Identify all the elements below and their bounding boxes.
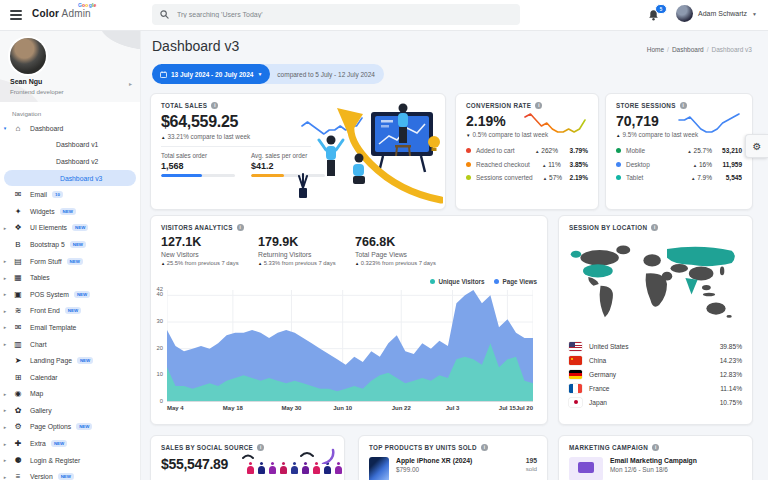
- search-bar[interactable]: [152, 4, 520, 25]
- card-store-sessions: STORE SESSIONS i 70,719 ▲9.5% compare to…: [605, 93, 753, 210]
- metric-row: Tablet ▲ 7.9% 5,545: [616, 171, 742, 185]
- stat-delta: ▲ 0.323% from previous 7 days: [355, 260, 452, 266]
- extra-icon: ✚: [10, 439, 26, 448]
- stat-label: New Visitors: [161, 251, 258, 258]
- item-caret-icon: ▸: [0, 225, 10, 231]
- notification-bell-icon[interactable]: 5: [648, 7, 664, 23]
- country-list: United States 39.85% China 14.23% German…: [569, 340, 742, 409]
- sidebar-item-calendar[interactable]: ⊞ Calendar: [0, 369, 140, 386]
- country-flag-icon: [569, 356, 582, 365]
- sidebar-item-bootstrap-5[interactable]: B Bootstrap 5 NEW: [0, 236, 140, 253]
- chart-icon: ▥: [10, 340, 26, 349]
- info-icon[interactable]: i: [680, 102, 687, 109]
- item-badge: NEW: [58, 473, 74, 480]
- item-caret-icon: ▸: [0, 341, 10, 347]
- country-flag-icon: [569, 370, 582, 379]
- user-menu[interactable]: Adam Schwartz ▼: [676, 5, 757, 22]
- country-share: 14.23%: [720, 357, 742, 364]
- sidebar-item-pos-system[interactable]: ▸ ▣ POS System NEW: [0, 286, 140, 303]
- item-caret-icon: ▸: [0, 457, 10, 463]
- hamburger-menu-icon[interactable]: [10, 10, 22, 20]
- item-caret-icon: ▸: [0, 474, 10, 480]
- legend-item[interactable]: Unique Visitors: [430, 278, 484, 285]
- series-dot: [466, 175, 471, 180]
- email-icon: ✉: [10, 190, 26, 199]
- google-logo: Google: [78, 2, 96, 8]
- sidebar-item-gallery[interactable]: ▸ ✿ Gallery: [0, 402, 140, 419]
- info-icon[interactable]: i: [481, 444, 488, 451]
- item-label: Version: [30, 473, 53, 480]
- metric-value: 5,545: [712, 174, 742, 181]
- sidebar-item-login-register[interactable]: ▸ ⚈ Login & Register: [0, 452, 140, 469]
- home-icon: ⌂: [10, 124, 26, 133]
- legend-item[interactable]: Page Views: [494, 278, 537, 285]
- sidebar-item-tables[interactable]: ▸ ▦ Tables: [0, 269, 140, 286]
- sidebar-item-dashboard-v1[interactable]: Dashboard v1: [0, 137, 140, 154]
- substat: Total sales order1,568: [161, 152, 235, 177]
- date-range-button[interactable]: 13 July 2024 - 20 July 2024 ▼: [152, 64, 270, 84]
- campaign-dates: Mon 12/6 - Sun 18/6: [610, 466, 742, 473]
- metric-label: Added to cart: [476, 147, 524, 154]
- sidebar-item-page-options[interactable]: ▸ ⚙ Page Options NEW: [0, 419, 140, 436]
- campaign-row[interactable]: Email Marketing Campaign Mon 12/6 - Sun …: [569, 457, 742, 480]
- calendar-icon: [160, 71, 167, 78]
- map-icon: ◉: [10, 389, 26, 398]
- metric-value: 11,959: [712, 161, 742, 168]
- stat-value: 127.1K: [161, 235, 258, 249]
- country-flag-icon: [569, 398, 582, 407]
- widgets-icon: ✦: [10, 207, 26, 216]
- sidebar-item-extra[interactable]: ▸ ✚ Extra NEW: [0, 435, 140, 452]
- metric-row: Added to cart ▲ 262% 3.79%: [466, 144, 588, 158]
- sidebar-item-version[interactable]: ▸ ≡ Version NEW: [0, 468, 140, 480]
- search-icon: [160, 10, 169, 19]
- info-icon[interactable]: i: [211, 102, 218, 109]
- country-row: China 14.23%: [569, 354, 742, 368]
- calendar-icon: ⊞: [10, 373, 26, 382]
- date-filter: 13 July 2024 - 20 July 2024 ▼ compared t…: [152, 64, 384, 84]
- card-title: STORE SESSIONS: [616, 102, 676, 109]
- info-icon[interactable]: i: [237, 224, 244, 231]
- login-register-icon: ⚈: [10, 456, 26, 465]
- form-stuff-icon: ▤: [10, 257, 26, 266]
- product-row[interactable]: Apple iPhone XR (2024) $799.00 195 sold: [369, 457, 537, 480]
- sidebar-item-dashboard-v2[interactable]: Dashboard v2: [0, 153, 140, 170]
- theme-settings-button[interactable]: ⚙: [745, 134, 768, 158]
- sidebar-item-dashboard-v3[interactable]: Dashboard v3: [4, 170, 136, 187]
- series-dot: [616, 175, 621, 180]
- breadcrumb-item[interactable]: Home: [647, 46, 664, 53]
- breadcrumb-item[interactable]: Dashboard: [672, 46, 704, 53]
- sidebar-item-chart[interactable]: ▸ ▥ Chart: [0, 336, 140, 353]
- user-name: Adam Schwartz: [698, 10, 747, 17]
- info-icon[interactable]: i: [651, 224, 658, 231]
- sidebar-item-front-end[interactable]: ▸ ≋ Front End NEW: [0, 303, 140, 320]
- nav-section-label: Navigation: [0, 102, 140, 120]
- product-thumbnail: [369, 457, 389, 480]
- item-caret-icon: ▸: [0, 324, 10, 330]
- item-badge: NEW: [67, 258, 83, 265]
- item-badge: NEW: [60, 208, 76, 215]
- metric-label: Desktop: [626, 161, 678, 168]
- sidebar-item-email-template[interactable]: ▸ ✉ Email Template: [0, 319, 140, 336]
- metric-row: Reached checkout ▲ 11% 3.85%: [466, 158, 588, 172]
- metric-value: 53,210: [712, 147, 742, 154]
- sidebar-item-map[interactable]: ▸ ◉ Map: [0, 386, 140, 403]
- card-title: TOTAL SALES: [161, 102, 207, 109]
- stat-delta: ▲ 5.33% from previous 7 days: [258, 260, 355, 266]
- search-input[interactable]: [175, 10, 512, 19]
- breadcrumb: Home/Dashboard/Dashboard v3: [647, 46, 752, 53]
- country-name: China: [589, 357, 720, 364]
- info-icon[interactable]: i: [535, 102, 542, 109]
- sidebar-item-form-stuff[interactable]: ▸ ▤ Form Stuff NEW: [0, 253, 140, 270]
- sidebar-item-landing-page[interactable]: ➤ Landing Page NEW: [0, 352, 140, 369]
- sidebar-item-email[interactable]: ✉ Email 10: [0, 186, 140, 203]
- item-label: Form Stuff: [30, 258, 62, 265]
- sidebar-profile[interactable]: Sean Ngu Frontend developer ▸: [0, 30, 140, 102]
- info-icon[interactable]: i: [652, 444, 659, 451]
- sidebar-item-widgets[interactable]: ✦ Widgets NEW: [0, 203, 140, 220]
- series-dot: [466, 148, 471, 153]
- sidebar-item-ui-elements[interactable]: ▸ ❖ UI Elements NEW: [0, 220, 140, 237]
- visitors-area-chart: [167, 290, 533, 402]
- campaign-thumbnail: [569, 457, 603, 480]
- sidebar-item-dashboard[interactable]: ▾ ⌂ Dashboard: [0, 120, 140, 137]
- brand-logo[interactable]: Color Admin: [32, 8, 91, 19]
